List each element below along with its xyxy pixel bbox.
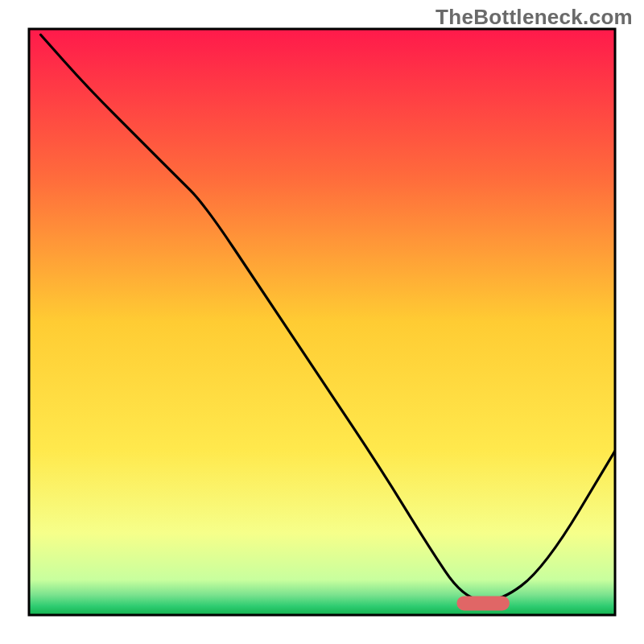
bottleneck-chart [0,0,644,644]
optimal-marker [456,596,510,610]
chart-image: TheBottleneck.com [0,0,644,644]
